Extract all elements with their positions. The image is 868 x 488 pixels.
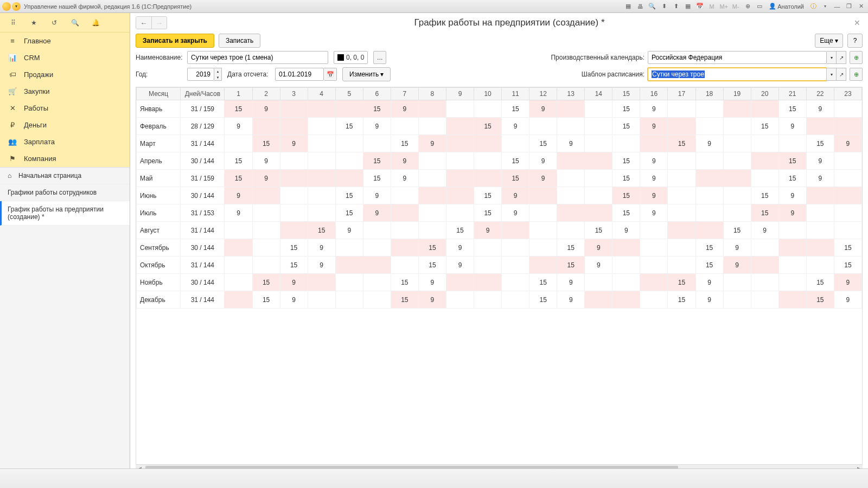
day-cell[interactable]: 9 (640, 152, 668, 170)
day-cell[interactable] (806, 118, 834, 135)
day-cell[interactable]: 9 (529, 170, 557, 187)
day-cell[interactable] (557, 170, 585, 187)
day-cell[interactable] (363, 239, 391, 256)
day-cell[interactable] (585, 274, 612, 291)
day-cell[interactable] (308, 152, 335, 170)
day-cell[interactable] (834, 204, 861, 222)
day-cell[interactable]: 9 (834, 291, 861, 309)
template-add-button[interactable]: ⊕ (850, 68, 863, 81)
day-cell[interactable]: 9 (751, 222, 778, 239)
day-cell[interactable] (252, 222, 280, 239)
day-cell[interactable] (280, 118, 308, 135)
day-cell[interactable] (225, 291, 252, 309)
day-cell[interactable]: 15 (502, 152, 529, 170)
day-cell[interactable] (806, 204, 834, 222)
day-cell[interactable]: 9 (363, 187, 391, 204)
day-cell[interactable] (474, 291, 502, 309)
day-cell[interactable] (446, 187, 474, 204)
day-cell[interactable]: 15 (723, 222, 751, 239)
help-button[interactable]: ? (847, 34, 863, 48)
day-cell[interactable]: 9 (695, 291, 723, 309)
day-cell[interactable]: 15 (834, 256, 861, 274)
day-cell[interactable]: 9 (640, 100, 668, 118)
more-button[interactable]: Еще ▾ (815, 34, 843, 48)
day-cell[interactable] (612, 135, 640, 152)
tb-m-icon[interactable]: M (707, 2, 717, 11)
day-cell[interactable] (335, 135, 363, 152)
day-cell[interactable]: 15 (474, 118, 502, 135)
back-button[interactable]: ← (136, 17, 151, 29)
day-cell[interactable] (529, 204, 557, 222)
color-field[interactable]: 0, 0, 0 (334, 51, 368, 64)
day-cell[interactable] (308, 170, 335, 187)
tb-upload-icon[interactable]: ⬆ (671, 2, 681, 11)
day-cell[interactable]: 15 (391, 291, 418, 309)
day-cell[interactable] (695, 222, 723, 239)
day-cell[interactable]: 15 (668, 135, 695, 152)
day-cell[interactable] (529, 256, 557, 274)
day-cell[interactable] (502, 135, 529, 152)
day-cell[interactable] (446, 204, 474, 222)
day-cell[interactable]: 9 (557, 274, 585, 291)
day-cell[interactable] (806, 256, 834, 274)
day-cell[interactable] (308, 187, 335, 204)
day-cell[interactable] (778, 135, 806, 152)
day-cell[interactable] (557, 100, 585, 118)
day-cell[interactable] (308, 135, 335, 152)
day-cell[interactable]: 15 (612, 118, 640, 135)
day-cell[interactable]: 15 (557, 239, 585, 256)
template-dropdown-icon[interactable]: ▾ (827, 68, 837, 81)
day-cell[interactable] (280, 152, 308, 170)
day-cell[interactable] (695, 100, 723, 118)
day-cell[interactable] (668, 239, 695, 256)
day-cell[interactable]: 9 (363, 204, 391, 222)
day-cell[interactable] (363, 274, 391, 291)
day-cell[interactable] (640, 222, 668, 239)
bell-icon[interactable]: 🔔 (90, 17, 101, 28)
day-cell[interactable]: 15 (502, 100, 529, 118)
day-cell[interactable] (751, 100, 778, 118)
day-cell[interactable]: 9 (474, 222, 502, 239)
day-cell[interactable] (391, 187, 418, 204)
day-cell[interactable] (834, 187, 861, 204)
day-cell[interactable] (668, 170, 695, 187)
day-cell[interactable] (834, 170, 861, 187)
day-cell[interactable]: 15 (612, 170, 640, 187)
day-cell[interactable] (695, 170, 723, 187)
close-tab-icon[interactable]: ✕ (852, 18, 863, 27)
os-taskbar[interactable] (0, 468, 868, 488)
day-cell[interactable] (363, 256, 391, 274)
day-cell[interactable]: 15 (668, 274, 695, 291)
day-cell[interactable] (557, 118, 585, 135)
day-cell[interactable]: 15 (529, 274, 557, 291)
day-cell[interactable]: 15 (363, 170, 391, 187)
day-cell[interactable] (834, 100, 861, 118)
day-cell[interactable]: 9 (252, 100, 280, 118)
color-picker-button[interactable]: … (373, 51, 386, 64)
day-cell[interactable] (308, 100, 335, 118)
day-cell[interactable] (252, 256, 280, 274)
day-cell[interactable]: 15 (612, 152, 640, 170)
day-cell[interactable]: 9 (640, 118, 668, 135)
day-cell[interactable]: 9 (778, 187, 806, 204)
day-cell[interactable] (668, 204, 695, 222)
day-cell[interactable]: 9 (723, 239, 751, 256)
day-cell[interactable]: 15 (418, 256, 446, 274)
day-cell[interactable] (834, 152, 861, 170)
day-cell[interactable] (252, 118, 280, 135)
day-cell[interactable]: 15 (280, 256, 308, 274)
day-cell[interactable] (834, 118, 861, 135)
day-cell[interactable] (391, 256, 418, 274)
day-cell[interactable]: 15 (474, 187, 502, 204)
day-cell[interactable] (723, 274, 751, 291)
day-cell[interactable]: 9 (502, 204, 529, 222)
nav-item-0[interactable]: ≡Главное (0, 33, 130, 49)
day-cell[interactable]: 15 (280, 239, 308, 256)
day-cell[interactable] (585, 291, 612, 309)
day-cell[interactable] (308, 274, 335, 291)
calendar-input[interactable] (648, 51, 827, 64)
day-cell[interactable] (668, 222, 695, 239)
day-cell[interactable] (723, 170, 751, 187)
tb-calendar-icon[interactable]: 📅 (695, 2, 705, 11)
day-cell[interactable] (502, 239, 529, 256)
